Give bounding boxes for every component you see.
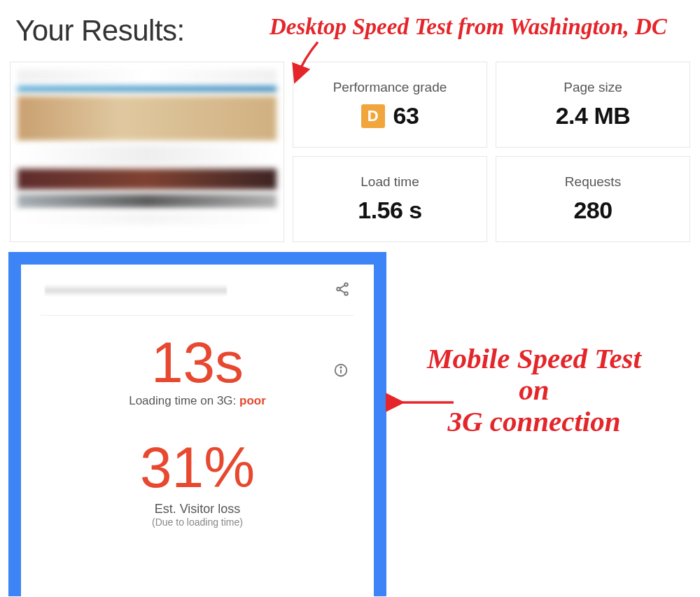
svg-line-4 — [340, 290, 345, 293]
mobile-loading-label: Loading time on 3G: poor — [41, 394, 354, 408]
metric-label: Requests — [565, 174, 621, 190]
metric-label: Page size — [564, 80, 622, 95]
mobile-loading-value: 13s — [41, 331, 354, 394]
mobile-visitor-loss-label: Est. Visitor loss — [41, 502, 354, 517]
svg-point-1 — [337, 288, 340, 291]
svg-point-7 — [340, 367, 341, 367]
metric-value: 1.56 s — [358, 197, 422, 224]
metric-value: 2.4 MB — [556, 102, 631, 129]
svg-line-3 — [340, 286, 345, 288]
metric-requests: Requests 280 — [496, 156, 690, 242]
mobile-visitor-loss-value: 31% — [41, 436, 354, 499]
annotation-mobile: Mobile Speed Test on 3G connection — [427, 343, 641, 437]
page-screenshot-thumbnail — [10, 62, 284, 242]
mobile-visitor-loss: 31% Est. Visitor loss (Due to loading ti… — [41, 436, 354, 528]
mobile-speed-test-card: 13s Loading time on 3G: poor 31% Est. Vi… — [21, 265, 374, 596]
grade-badge: D — [361, 104, 385, 128]
svg-point-2 — [344, 292, 348, 295]
svg-point-0 — [344, 283, 348, 286]
metric-label: Load time — [360, 174, 419, 190]
mobile-visitor-loss-sub: (Due to loading time) — [41, 517, 354, 528]
arrow-to-mobile — [393, 392, 456, 416]
metric-value: 280 — [573, 197, 612, 224]
desktop-results-row: Performance grade D 63 Page size 2.4 MB … — [0, 62, 700, 242]
arrow-to-desktop — [290, 38, 332, 90]
mobile-loading-time: 13s Loading time on 3G: poor — [41, 331, 354, 408]
info-icon[interactable] — [333, 363, 349, 381]
mobile-speed-test-frame: 13s Loading time on 3G: poor 31% Est. Vi… — [8, 252, 386, 596]
annotation-desktop: Desktop Speed Test from Washington, DC — [270, 14, 667, 39]
mobile-url-blurred — [45, 284, 227, 297]
metric-load-time: Load time 1.56 s — [293, 156, 487, 242]
share-icon[interactable] — [335, 281, 350, 300]
metric-page-size: Page size 2.4 MB — [496, 62, 690, 148]
metric-value: 63 — [393, 102, 419, 129]
metric-label: Performance grade — [333, 80, 447, 95]
